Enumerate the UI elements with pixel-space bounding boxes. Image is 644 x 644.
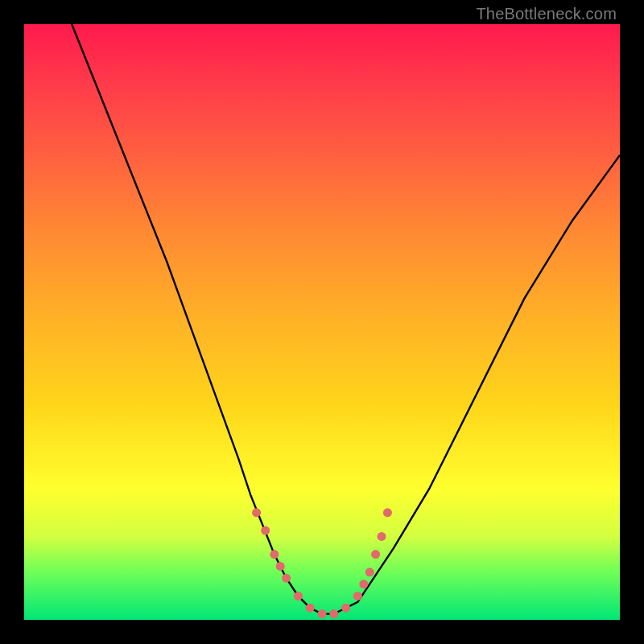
chart-frame: TheBottleneck.com — [0, 0, 644, 644]
plot-area — [24, 24, 620, 620]
curve-marker — [276, 562, 285, 571]
curve-marker — [329, 609, 338, 618]
curve-marker — [282, 574, 291, 583]
curve-marker — [318, 609, 327, 618]
curve-marker — [252, 508, 261, 517]
curve-marker — [306, 604, 315, 613]
curve-marker — [341, 604, 350, 613]
curve-marker — [359, 580, 368, 588]
curve-marker — [365, 568, 374, 576]
bottleneck-curve — [72, 24, 620, 614]
curve-marker — [294, 592, 303, 601]
curve-marker — [383, 508, 392, 517]
curve-marker — [353, 592, 362, 601]
curve-marker — [270, 550, 279, 559]
curve-marker — [371, 550, 380, 559]
curve-svg — [24, 24, 620, 620]
marker-group — [252, 508, 392, 618]
curve-marker — [261, 526, 270, 535]
watermark-text: TheBottleneck.com — [476, 5, 617, 23]
curve-marker — [378, 532, 386, 541]
